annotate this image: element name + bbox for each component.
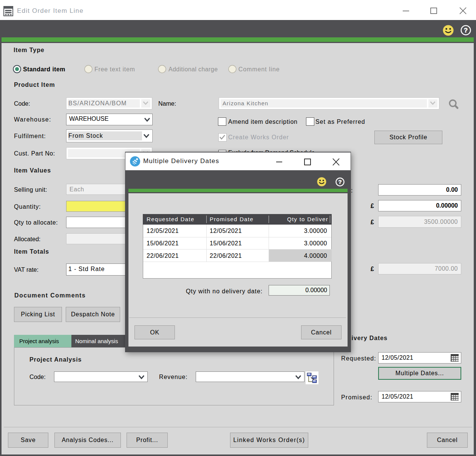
svg-text:?: ?: [338, 179, 342, 185]
svg-text:?: ?: [464, 27, 468, 34]
